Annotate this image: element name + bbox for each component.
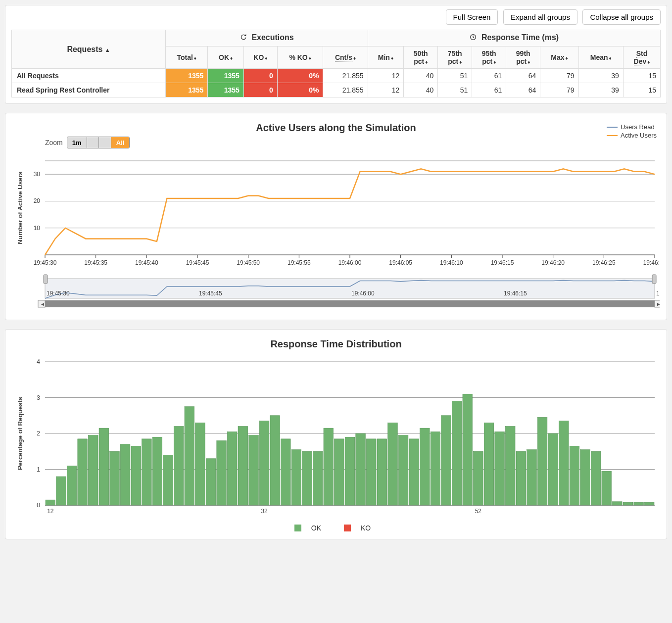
col-ko[interactable]: KO♦ xyxy=(243,47,277,69)
svg-rect-62 xyxy=(67,466,77,505)
svg-text:19:46:15: 19:46:15 xyxy=(491,259,514,266)
expand-all-button[interactable]: Expand all groups xyxy=(503,9,577,25)
sort-icon: ♦ xyxy=(194,55,196,61)
svg-rect-90 xyxy=(366,439,376,505)
svg-rect-63 xyxy=(78,439,88,505)
svg-rect-109 xyxy=(570,446,579,505)
col-ok[interactable]: OK♦ xyxy=(208,47,244,69)
svg-text:19:46:00: 19:46:00 xyxy=(338,259,362,266)
cell-max: 79 xyxy=(540,83,578,97)
collapse-all-button[interactable]: Collapse all groups xyxy=(582,9,661,25)
cell-ko: 0 xyxy=(243,83,277,97)
col-total[interactable]: Total♦ xyxy=(166,47,208,69)
svg-rect-88 xyxy=(345,437,355,505)
svg-rect-110 xyxy=(580,450,590,505)
svg-rect-112 xyxy=(602,471,612,505)
col-mean[interactable]: Mean♦ xyxy=(578,47,623,69)
svg-text:19:45:35: 19:45:35 xyxy=(84,259,107,266)
cell-std: 15 xyxy=(623,69,660,83)
svg-rect-36 xyxy=(45,279,655,298)
header-response-time-label: Response Time (ms) xyxy=(481,33,559,42)
cell-pko: 0% xyxy=(277,83,323,97)
legend-label-active-users: Active Users xyxy=(621,132,657,139)
chart2-title: Response Time Distribution xyxy=(11,338,661,350)
zoom-all-button[interactable]: All xyxy=(111,137,130,148)
svg-text:19:45:30: 19:45:30 xyxy=(34,259,57,266)
svg-rect-69 xyxy=(142,439,152,505)
col-p50[interactable]: 50thpct♦ xyxy=(404,47,438,69)
col-cnts[interactable]: Cnt/s♦ xyxy=(323,47,368,69)
cell-p75: 51 xyxy=(438,83,472,97)
col-p75[interactable]: 75thpct♦ xyxy=(438,47,472,69)
svg-rect-91 xyxy=(377,439,387,505)
svg-rect-67 xyxy=(120,444,130,505)
cell-p95: 61 xyxy=(472,69,506,83)
table-row[interactable]: All Requests1355135500%21.85512405161647… xyxy=(12,69,661,83)
svg-rect-73 xyxy=(185,407,194,505)
chart1-title: Active Users along the Simulation xyxy=(11,122,661,134)
svg-rect-114 xyxy=(623,502,633,505)
active-users-chart: 10203019:45:3019:45:3519:45:4019:45:4519… xyxy=(11,148,660,312)
svg-rect-82 xyxy=(281,439,291,505)
cell-mean: 39 xyxy=(578,69,623,83)
legend-label-users-read: Users Read xyxy=(621,123,655,131)
svg-rect-86 xyxy=(324,428,334,505)
full-screen-button[interactable]: Full Screen xyxy=(446,9,498,25)
svg-rect-83 xyxy=(291,450,301,505)
svg-rect-80 xyxy=(259,421,269,505)
svg-rect-75 xyxy=(206,459,216,505)
svg-rect-92 xyxy=(388,423,398,505)
svg-text:3: 3 xyxy=(37,394,40,401)
svg-rect-72 xyxy=(174,427,184,506)
col-p95[interactable]: 95thpct♦ xyxy=(472,47,506,69)
svg-rect-71 xyxy=(163,455,173,506)
svg-text:19:46:25: 19:46:25 xyxy=(592,259,616,266)
svg-rect-97 xyxy=(441,416,451,505)
header-requests[interactable]: Requests ▲ xyxy=(12,30,166,69)
svg-rect-89 xyxy=(356,433,366,505)
svg-rect-106 xyxy=(537,417,547,505)
svg-rect-94 xyxy=(409,439,419,505)
svg-rect-85 xyxy=(313,451,323,505)
col-min[interactable]: Min♦ xyxy=(368,47,404,69)
col-std[interactable]: StdDev♦ xyxy=(623,47,660,69)
svg-text:30: 30 xyxy=(34,171,41,178)
cell-std: 15 xyxy=(623,83,660,97)
zoom-blank1-button[interactable]: . xyxy=(87,137,99,148)
col-pko[interactable]: % KO♦ xyxy=(277,47,323,69)
svg-text:10: 10 xyxy=(34,225,41,232)
svg-rect-116 xyxy=(644,502,654,505)
header-executions: Executions xyxy=(166,30,368,47)
legend-line-users-read xyxy=(607,127,618,128)
cell-min: 12 xyxy=(368,83,404,97)
svg-rect-79 xyxy=(249,435,259,505)
svg-rect-68 xyxy=(131,446,141,505)
svg-text:32: 32 xyxy=(261,508,268,515)
col-p99[interactable]: 99thpct♦ xyxy=(506,47,540,69)
svg-rect-43 xyxy=(652,275,656,284)
response-dist-chart: 01234Percentage of Requests123252 xyxy=(11,352,660,520)
svg-rect-60 xyxy=(46,500,55,505)
svg-text:Percentage of Requests: Percentage of Requests xyxy=(16,397,24,470)
col-max[interactable]: Max♦ xyxy=(540,47,578,69)
svg-text:20: 20 xyxy=(34,197,41,204)
legend-label-ko: KO xyxy=(361,524,371,532)
cell-name: Read Spring Rest Controller xyxy=(12,83,166,97)
svg-rect-95 xyxy=(420,428,430,505)
table-row[interactable]: Read Spring Rest Controller1355135500%21… xyxy=(12,83,661,97)
cell-max: 79 xyxy=(540,69,578,83)
toolbar: Full Screen Expand all groups Collapse a… xyxy=(11,9,661,25)
refresh-icon xyxy=(240,33,247,43)
cell-p50: 40 xyxy=(404,69,438,83)
svg-rect-111 xyxy=(591,451,601,505)
svg-rect-98 xyxy=(452,401,462,505)
zoom-blank2-button[interactable]: . xyxy=(99,137,111,148)
clock-icon xyxy=(469,33,477,43)
legend-swatch-ko xyxy=(344,525,351,531)
cell-p50: 40 xyxy=(404,83,438,97)
svg-rect-70 xyxy=(152,437,162,505)
chart1-legend: Users Read Active Users xyxy=(607,123,657,140)
svg-text:1: 1 xyxy=(37,466,40,473)
svg-text:19:45:40: 19:45:40 xyxy=(135,259,158,266)
zoom-1m-button[interactable]: 1m xyxy=(67,137,87,148)
